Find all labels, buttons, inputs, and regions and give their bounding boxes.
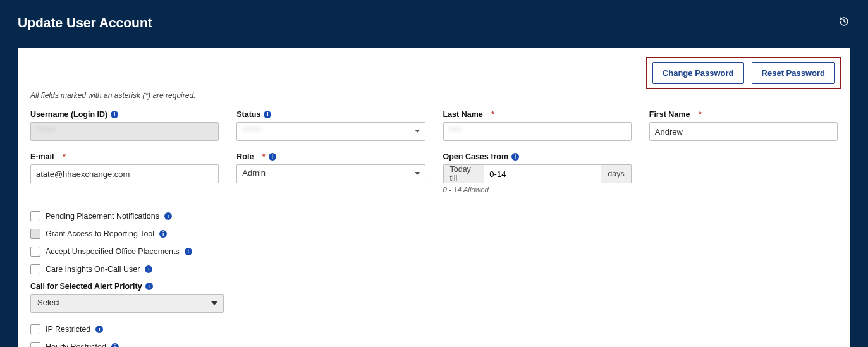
role-select[interactable]: Admin (236, 164, 425, 183)
lastname-input[interactable]: **** (443, 122, 632, 141)
info-icon[interactable]: i (511, 153, 519, 161)
info-icon[interactable]: i (111, 343, 119, 347)
alert-priority-select[interactable]: Select (30, 294, 224, 313)
open-cases-label: Open Cases from i (443, 152, 632, 161)
username-input: ****** (30, 122, 219, 141)
ip-restricted-label: IP Restricted (46, 325, 90, 334)
form-panel: Change Password Reset Password All field… (18, 48, 850, 347)
lastname-label: Last Name * (443, 110, 632, 119)
page-title: Update User Account (18, 15, 850, 30)
open-cases-input[interactable] (484, 164, 601, 183)
required-fields-note: All fields marked with an asterisk (*) a… (30, 91, 838, 100)
accept-unspecified-checkbox[interactable] (30, 247, 40, 257)
password-actions-highlight: Change Password Reset Password (646, 57, 841, 89)
open-cases-suffix: days (601, 164, 631, 183)
role-label: Role * i (236, 152, 425, 161)
firstname-label: First Name * (649, 110, 838, 119)
info-icon[interactable]: i (264, 111, 271, 118)
username-label: Username (Login ID) i (30, 110, 219, 119)
pending-placement-label: Pending Placement Notifications (46, 212, 159, 221)
email-input[interactable] (30, 164, 219, 183)
status-label: Status i (236, 110, 425, 119)
email-label: E-mail * (30, 152, 219, 161)
info-icon[interactable]: i (159, 230, 167, 238)
page-header: Update User Account (3, 3, 865, 48)
info-icon[interactable]: i (269, 153, 276, 161)
grant-reporting-checkbox[interactable] (30, 229, 40, 239)
care-insights-checkbox[interactable] (30, 264, 40, 274)
pending-placement-checkbox[interactable] (30, 211, 40, 221)
hourly-restricted-label: Hourly Restricted (46, 343, 106, 347)
open-cases-hint: 0 - 14 Allowed (443, 186, 632, 193)
info-icon[interactable]: i (145, 265, 152, 273)
care-insights-label: Care Insights On-Call User (46, 265, 140, 274)
firstname-input[interactable] (649, 122, 838, 141)
status-select[interactable]: ****** (236, 122, 425, 141)
info-icon[interactable]: i (111, 111, 118, 118)
hourly-restricted-checkbox[interactable] (30, 342, 40, 347)
grant-reporting-label: Grant Access to Reporting Tool (46, 229, 154, 238)
ip-restricted-checkbox[interactable] (30, 324, 40, 334)
info-icon[interactable]: i (145, 283, 153, 290)
info-icon[interactable]: i (164, 212, 172, 220)
info-icon[interactable]: i (185, 248, 192, 255)
info-icon[interactable]: i (95, 326, 103, 333)
reset-password-button[interactable]: Reset Password (752, 62, 835, 84)
history-icon[interactable] (839, 16, 849, 29)
open-cases-prefix: Today till (443, 164, 484, 183)
change-password-button[interactable]: Change Password (652, 62, 744, 84)
alert-priority-label: Call for Selected Alert Priority i (30, 282, 838, 291)
accept-unspecified-label: Accept Unspecified Office Placements (46, 247, 180, 256)
